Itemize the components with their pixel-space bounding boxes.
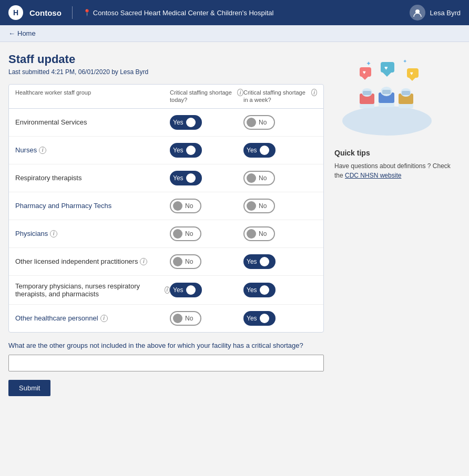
toggle-container-col2: No <box>170 199 243 213</box>
row-label: Nurses i <box>15 146 170 154</box>
nav-bar: ← Home <box>0 25 469 42</box>
table-row: Other healthcare personnel i No Yes <box>9 305 323 332</box>
last-submitted: Last submitted 4:21 PM, 06/01/2020 by Le… <box>8 68 324 76</box>
table-row: Temporary physicians, nurses respiratory… <box>9 276 323 305</box>
col3-header: Critical staffing shortage in a week? i <box>243 89 317 104</box>
header-divider <box>72 6 73 19</box>
table-row: Physicians i No No <box>9 220 323 248</box>
toggle-col3-row5[interactable]: Yes <box>243 254 276 269</box>
toggle-col2-row7[interactable]: No <box>170 311 201 326</box>
table-body: Environmental Services Yes No Nurses i Y… <box>9 109 323 332</box>
svg-marker-12 <box>409 78 415 81</box>
staff-table: Healthcare worker staff group Critical s… <box>8 84 324 333</box>
toggle-col2-row4[interactable]: No <box>170 226 201 241</box>
svg-marker-6 <box>362 77 368 80</box>
row-info-icon[interactable]: i <box>50 230 57 237</box>
col3-info-icon[interactable]: i <box>311 89 317 96</box>
col2-info-icon[interactable]: i <box>237 89 243 96</box>
quick-tips-text: Have questions about definitions ? Check… <box>334 161 461 180</box>
table-row: Environmental Services Yes No <box>9 109 323 137</box>
toggle-col3-row3[interactable]: No <box>243 199 275 213</box>
col1-header: Healthcare worker staff group <box>15 89 170 104</box>
illustration: ✦ ✦ ✦ ♥ ♥ ♥ <box>334 53 461 138</box>
toggle-col2-row0[interactable]: Yes <box>170 115 202 130</box>
toggle-container-col3: Yes <box>243 143 317 158</box>
toggle-container-col3: No <box>243 171 317 185</box>
toggle-col3-row1[interactable]: Yes <box>243 143 276 158</box>
header-brand: Contoso <box>29 8 62 17</box>
right-panel: ✦ ✦ ✦ ♥ ♥ ♥ <box>334 53 461 396</box>
toggle-container-col2: Yes <box>170 143 243 158</box>
toggle-container-col2: No <box>170 311 243 326</box>
row-label: Pharmacy and Pharmacy Techs <box>15 202 170 210</box>
row-label: Respiratory therapists <box>15 174 170 182</box>
row-info-icon[interactable]: i <box>100 315 108 322</box>
toggle-container-col2: No <box>170 226 243 241</box>
toggle-col2-row3[interactable]: No <box>170 199 201 213</box>
left-panel: Staff update Last submitted 4:21 PM, 06/… <box>8 53 324 396</box>
toggle-col2-row5[interactable]: No <box>170 254 201 269</box>
toggle-col2-row1[interactable]: Yes <box>170 143 202 158</box>
toggle-col2-row2[interactable]: Yes <box>170 171 202 185</box>
page-title: Staff update <box>8 53 324 66</box>
toggle-container-col2: Yes <box>170 171 243 185</box>
submit-button[interactable]: Submit <box>8 380 50 396</box>
toggle-container-col3: Yes <box>243 311 317 326</box>
cdc-nhsn-link[interactable]: CDC NHSN website <box>345 172 401 179</box>
svg-rect-21 <box>382 90 391 94</box>
svg-marker-9 <box>383 73 391 77</box>
toggle-col3-row0[interactable]: No <box>243 115 275 130</box>
illustration-svg: ✦ ✦ ✦ ♥ ♥ ♥ <box>334 53 440 137</box>
table-header: Healthcare worker staff group Critical s… <box>9 85 323 109</box>
table-row: Respiratory therapists Yes No <box>9 164 323 192</box>
row-info-icon[interactable]: i <box>140 258 147 265</box>
toggle-container-col3: No <box>243 199 317 213</box>
bottom-question: What are the other groups not included i… <box>8 341 324 350</box>
toggle-col3-row6[interactable]: Yes <box>243 283 276 297</box>
toggle-container-col3: Yes <box>243 283 317 297</box>
row-label: Physicians i <box>15 230 170 237</box>
bottom-section: What are the other groups not included i… <box>8 341 324 396</box>
svg-rect-17 <box>363 91 371 95</box>
col2-header: Critical staffing shortage today? i <box>170 89 243 104</box>
header-right: Lesa Byrd <box>410 5 461 20</box>
toggle-col2-row6[interactable]: Yes <box>170 283 202 297</box>
table-row: Pharmacy and Pharmacy Techs No No <box>9 192 323 220</box>
toggle-container-col3: No <box>243 115 317 130</box>
toggle-col3-row7[interactable]: Yes <box>243 311 276 326</box>
header-username: Lesa Byrd <box>430 9 461 17</box>
critical-shortage-input[interactable] <box>8 355 324 371</box>
main-container: Staff update Last submitted 4:21 PM, 06/… <box>0 42 469 407</box>
svg-rect-25 <box>402 91 410 95</box>
svg-text:♥: ♥ <box>363 69 366 75</box>
toggle-col3-row4[interactable]: No <box>243 226 275 241</box>
row-label: Temporary physicians, nurses respiratory… <box>15 282 170 298</box>
location-icon: 📍 <box>83 9 91 16</box>
svg-text:✦: ✦ <box>366 60 371 67</box>
back-arrow-icon: ← <box>8 29 15 37</box>
back-button[interactable]: ← Home <box>8 29 36 37</box>
header-left: H Contoso 📍 Contoso Sacred Heart Medical… <box>8 5 273 20</box>
toggle-container-col3: No <box>243 226 317 241</box>
quick-tips-title: Quick tips <box>334 149 461 157</box>
toggle-container-col3: Yes <box>243 254 317 269</box>
toggle-container-col2: No <box>170 254 243 269</box>
avatar <box>410 5 425 20</box>
table-row: Other licensed independent practitioners… <box>9 248 323 276</box>
svg-text:✦: ✦ <box>403 58 407 64</box>
toggle-col3-row2[interactable]: No <box>243 171 275 185</box>
svg-point-1 <box>342 106 432 136</box>
row-label: Other healthcare personnel i <box>15 314 170 322</box>
svg-text:♥: ♥ <box>410 70 413 76</box>
row-label: Environmental Services <box>15 118 170 126</box>
row-label: Other licensed independent practitioners… <box>15 257 170 265</box>
toggle-container-col2: Yes <box>170 115 243 130</box>
header-logo: H <box>8 5 23 20</box>
quick-tips: Quick tips Have questions about definiti… <box>334 149 461 180</box>
header: H Contoso 📍 Contoso Sacred Heart Medical… <box>0 0 469 25</box>
toggle-container-col2: Yes <box>170 283 243 297</box>
svg-text:♥: ♥ <box>384 65 388 71</box>
row-info-icon[interactable]: i <box>39 147 46 154</box>
header-location: 📍 Contoso Sacred Heart Medical Center & … <box>83 9 274 17</box>
row-info-icon[interactable]: i <box>165 286 170 294</box>
